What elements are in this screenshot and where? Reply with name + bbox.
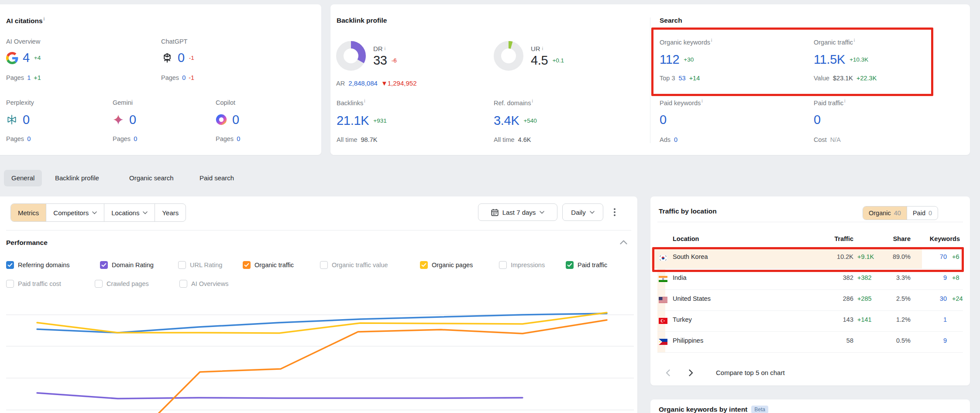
chevron-left-icon[interactable] — [666, 369, 670, 376]
tab-organic-search[interactable]: Organic search — [129, 174, 174, 182]
chevron-down-icon — [540, 211, 544, 214]
search-title: Search — [660, 17, 682, 24]
traffic-by-location-card: Traffic by location Organic40 Paid0 Loca… — [650, 196, 970, 385]
calendar-icon — [491, 209, 499, 216]
gemini-pages: Pages 0 — [113, 135, 137, 142]
beta-badge: Beta — [751, 406, 768, 413]
checkbox-box[interactable] — [178, 261, 186, 269]
ref-domains-alltime: All time 4.6K — [494, 136, 531, 143]
ai-overview-pages: Pages 1 +1 — [6, 74, 41, 81]
kebab-menu-icon[interactable] — [612, 206, 617, 218]
locations-dropdown[interactable]: Locations — [104, 204, 155, 221]
top3-line: Top 3 53 +14 — [660, 75, 700, 82]
chevron-down-icon — [143, 211, 148, 214]
row-divider — [657, 331, 963, 332]
gemini-value: 0 — [113, 114, 136, 126]
row-divider — [657, 310, 963, 311]
backlink-search-card: Backlink profile DRi 33-6 AR 2,848,084 ▼… — [330, 4, 970, 155]
row-divider — [657, 352, 963, 353]
value-line: Value $23.1K +22.3K — [814, 75, 877, 82]
dr-donut — [336, 41, 366, 71]
info-icon: i — [385, 46, 385, 51]
checkbox-box[interactable] — [100, 261, 108, 269]
column-header-traffic[interactable]: Traffic — [810, 235, 853, 242]
google-icon — [6, 52, 18, 64]
chatgpt-pages: Pages 0 -1 — [161, 74, 194, 81]
organic-keywords-label: Organic keywordsi — [660, 38, 712, 46]
tab-general[interactable]: General — [4, 170, 42, 186]
chevron-down-icon — [92, 211, 97, 214]
ur-metric: URi 4.5+0.1 — [494, 41, 564, 71]
ads-line: Ads 0 — [660, 136, 677, 143]
gemini-label: Gemini — [113, 99, 133, 106]
toolbar-divider — [6, 230, 631, 231]
column-header-location[interactable]: Location — [673, 235, 699, 242]
chevron-up-icon[interactable] — [620, 240, 627, 244]
checkbox-box[interactable] — [6, 280, 14, 288]
chevron-right-icon[interactable] — [689, 369, 693, 376]
flag-turkey — [659, 318, 667, 324]
checkbox-organic-traffic-value[interactable]: Organic traffic value — [320, 260, 388, 270]
checkbox-paid-traffic-cost[interactable]: Paid traffic cost — [6, 279, 61, 289]
organic-traffic-value: 11.5K +10.3K — [814, 53, 868, 66]
ai-overview-label: AI Overview — [6, 38, 40, 45]
tab-backlink-profile[interactable]: Backlink profile — [55, 174, 99, 182]
organic-traffic-label: Organic traffici — [814, 38, 855, 46]
chatgpt-label: ChatGPT — [161, 38, 187, 45]
toggle-organic[interactable]: Organic40 — [863, 206, 907, 220]
organic-paid-toggle: Organic40 Paid0 — [863, 206, 938, 220]
info-icon: i — [44, 17, 45, 21]
dr-metric: DRi 33-6 — [336, 41, 397, 71]
paid-keywords-value[interactable]: 0 — [660, 114, 667, 126]
flag-india — [659, 276, 667, 282]
checkbox-box[interactable] — [179, 280, 187, 288]
checkbox-box[interactable] — [566, 261, 574, 269]
years-button[interactable]: Years — [155, 204, 186, 221]
checkbox-organic-pages[interactable]: Organic pages — [420, 260, 473, 270]
checkbox-box[interactable] — [95, 280, 103, 288]
intent-title-row: Organic keywords by intent Beta — [659, 406, 768, 413]
info-icon: i — [701, 99, 702, 103]
column-header-keywords[interactable]: Keywords — [899, 235, 960, 242]
backlinks-label: Backlinksi — [337, 99, 365, 107]
tab-paid-search[interactable]: Paid search — [199, 174, 234, 182]
checkbox-referring-domains[interactable]: Referring domains — [6, 260, 69, 270]
info-icon: i — [532, 99, 533, 103]
flag-philippines — [659, 339, 667, 345]
checkbox-impressions[interactable]: Impressions — [499, 260, 545, 270]
checkbox-paid-traffic[interactable]: Paid traffic — [566, 260, 607, 270]
checkbox-box[interactable] — [6, 261, 14, 269]
checkbox-domain-rating[interactable]: Domain Rating — [100, 260, 154, 270]
metrics-button[interactable]: Metrics — [11, 204, 46, 221]
compare-top5-link[interactable]: Compare top 5 on chart — [716, 369, 785, 376]
toggle-paid[interactable]: Paid0 — [907, 206, 938, 220]
checkbox-box[interactable] — [243, 261, 251, 269]
perplexity-value: 0 — [6, 114, 30, 126]
flag-united-states — [659, 297, 667, 303]
competitors-dropdown[interactable]: Competitors — [46, 204, 104, 221]
checkbox-url-rating[interactable]: URL Rating — [178, 260, 222, 270]
copilot-label: Copilot — [216, 99, 235, 106]
checkbox-ai-overviews[interactable]: AI Overviews — [179, 279, 228, 289]
info-icon: i — [844, 99, 845, 103]
performance-chart — [0, 288, 637, 413]
checkbox-box[interactable] — [499, 261, 507, 269]
row-divider — [657, 268, 963, 269]
organic-keywords-value: 112 +30 — [660, 53, 694, 66]
performance-title: Performance — [6, 239, 48, 247]
paid-traffic-value[interactable]: 0 — [814, 114, 821, 126]
date-range-button[interactable]: Last 7 days — [478, 203, 557, 221]
checkbox-crawled-pages[interactable]: Crawled pages — [95, 279, 149, 289]
view-toolbar: Metrics Competitors Locations Years — [10, 203, 186, 222]
openai-icon — [161, 52, 173, 64]
checkbox-organic-traffic[interactable]: Organic traffic — [243, 260, 294, 270]
granularity-button[interactable]: Daily — [562, 203, 603, 221]
info-icon: i — [542, 46, 543, 51]
panel-divider — [657, 222, 963, 222]
backlinks-value: 21.1K +931 — [337, 114, 387, 127]
page-root: AI citationsi AI Overview 4 +4 Pages 1 +… — [0, 0, 980, 413]
info-icon: i — [854, 38, 855, 43]
checkbox-box[interactable] — [320, 261, 328, 269]
perplexity-pages: Pages 0 — [6, 135, 31, 142]
checkbox-box[interactable] — [420, 261, 428, 269]
